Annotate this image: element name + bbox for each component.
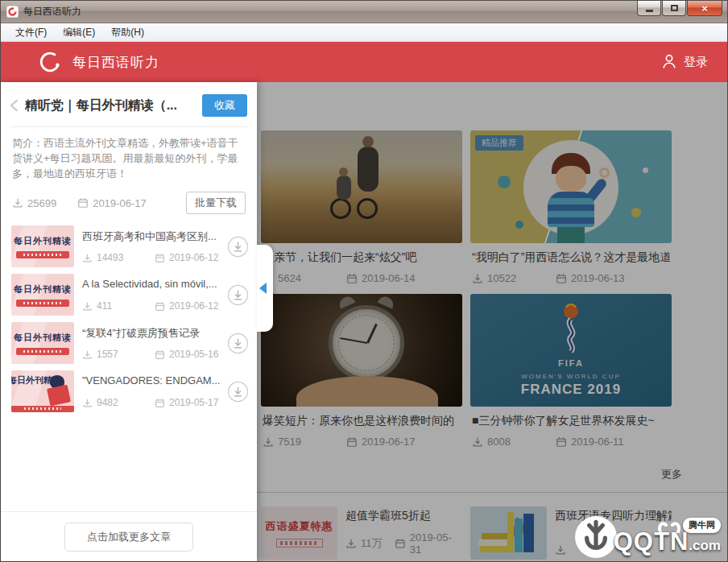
calendar-icon [77,197,89,209]
panel-footer: 点击加载更多文章 [1,511,257,561]
article-list-item[interactable]: 每日外刊精读 “复联4”打破票房预售记录 1557 2019-05-16 [1,319,257,367]
article-thumbnail: 每日外刊精读 [11,370,74,412]
download-button[interactable] [227,284,249,306]
article-thumbnail: 每日外刊精读 [11,225,74,267]
qqtn-emblem-icon [573,514,618,560]
app-logo-icon [38,50,62,74]
main-content: 父亲节，让我们一起来“炫父”吧 5624 2019-06-14 精品推荐 “我明… [257,82,727,561]
download-button[interactable] [227,381,249,403]
thumb-strip [16,251,69,258]
login-label: 登录 [684,55,708,70]
article-downloads: 9482 [97,397,118,408]
article-stats: 1557 2019-05-16 [82,349,221,360]
album-title: 精听党｜每日外刊精读（... [25,97,197,114]
download-icon [82,349,93,360]
article-date: 2019-06-12 [169,300,218,312]
favorite-button[interactable]: 收藏 [202,94,247,117]
article-title: “复联4”打破票房预售记录 [82,326,221,341]
app-icon [6,6,19,18]
album-stats: 25699 2019-06-17 批量下载 [12,192,246,214]
article-list-item[interactable]: 每日外刊精读 西班牙高考和中国高考区别... 14493 2019-06-12 [1,222,257,271]
batch-download-button[interactable]: 批量下载 [186,192,246,214]
collapse-arrow-icon [259,283,267,294]
thumb-brand-text: 每日外刊精读 [14,332,72,344]
article-meta: “复联4”打破票房预售记录 1557 2019-05-16 [82,324,221,362]
collapse-panel-handle[interactable] [257,245,273,332]
thumb-strip [16,348,69,355]
watermark-text-block: 腾牛网 QQTN .com [614,518,721,556]
download-button[interactable] [227,236,249,258]
thumb-brand-text: 每日外刊精读 [14,283,72,295]
app-window: 每日西语听力 × 文件(F) 编辑(E) 帮助(H) 每日西语听力 登录 [0,0,728,562]
article-stats: 411 2019-06-12 [82,300,221,312]
article-thumbnail: 每日外刊精读 [11,322,74,364]
back-icon[interactable] [7,98,22,113]
thumb-brand-text: 每日外刊精读 [14,235,72,247]
calendar-icon [155,349,165,360]
album-downloads-value: 25699 [27,197,56,209]
article-meta: 西班牙高考和中国高考区别... 14493 2019-06-12 [82,228,221,265]
menu-edit[interactable]: 编辑(E) [55,23,103,42]
article-title: 西班牙高考和中国高考区别... [82,229,221,244]
app-title: 每日西语听力 [72,53,159,72]
body: 精听党｜每日外刊精读（... 收藏 简介：西语主流外刊文章精选，外教带读+语音干… [1,82,727,561]
article-stats: 9482 2019-05-17 [82,397,221,408]
divider [1,511,257,512]
download-icon [82,301,93,312]
calendar-icon [155,301,165,312]
titlebar: 每日西语听力 × [1,1,727,23]
user-icon [660,52,678,72]
menu-file[interactable]: 文件(F) [7,23,55,42]
watermark-suffix: .com [689,538,721,554]
minimize-button[interactable] [637,1,661,16]
maximize-icon [671,5,678,11]
download-icon [82,398,93,408]
thumb-book [47,385,71,407]
download-button[interactable] [227,333,249,354]
close-icon: × [701,3,708,14]
article-downloads: 411 [97,300,112,312]
article-meta: "VENGADORES: ENDGAM... 9482 2019-05-17 [82,373,221,410]
login-button[interactable]: 登录 [660,52,708,72]
article-meta: A la Selectividad, sin móvil,... 411 201… [82,276,221,313]
article-list-item[interactable]: 每日外刊精读 A la Selectividad, sin móvil,... … [1,271,257,319]
article-stats: 14493 2019-06-12 [82,252,221,263]
article-date: 2019-05-16 [169,349,218,360]
thumb-strip [11,406,74,412]
qqtn-watermark: 腾牛网 QQTN .com [573,514,721,560]
minimize-icon [646,10,653,12]
download-icon [82,253,93,263]
article-list: 每日外刊精读 西班牙高考和中国高考区别... 14493 2019-06-12 [1,222,257,415]
article-list-item[interactable]: 每日外刊精读 "VENGADORES: ENDGAM... 9482 2019-… [1,367,257,415]
article-downloads: 1557 [97,349,118,360]
window-controls: × [636,1,722,16]
article-date: 2019-05-17 [169,397,218,408]
divider [10,126,247,127]
dim-overlay [257,82,727,561]
thumb-strip [16,300,69,307]
maximize-button[interactable] [662,1,686,16]
article-date: 2019-06-12 [169,252,218,263]
album-panel: 精听党｜每日外刊精读（... 收藏 简介：西语主流外刊文章精选，外教带读+语音干… [1,82,257,561]
article-downloads: 14493 [97,252,123,263]
download-icon [12,197,23,209]
menu-bar: 文件(F) 编辑(E) 帮助(H) [1,23,727,42]
panel-header: 精听党｜每日外刊精读（... 收藏 [1,82,257,126]
article-title: "VENGADORES: ENDGAM... [82,374,221,386]
load-more-button[interactable]: 点击加载更多文章 [64,523,193,552]
calendar-icon [155,398,165,408]
app-header: 每日西语听力 登录 [1,42,727,82]
article-title: A la Selectividad, sin móvil,... [82,278,221,290]
article-thumbnail: 每日外刊精读 [11,274,74,316]
menu-help[interactable]: 帮助(H) [103,23,152,42]
calendar-icon [155,253,165,263]
album-description: 简介：西语主流外刊文章精选，外教带读+语音干货讲义+每日习题巩固。用最新最短的外… [12,135,246,181]
close-button[interactable]: × [687,1,722,16]
album-downloads: 25699 [12,197,56,209]
watermark-brand: QQTN [614,527,689,556]
album-date: 2019-06-17 [77,197,147,209]
album-date-value: 2019-06-17 [93,197,147,209]
window-title: 每日西语听力 [23,5,727,19]
